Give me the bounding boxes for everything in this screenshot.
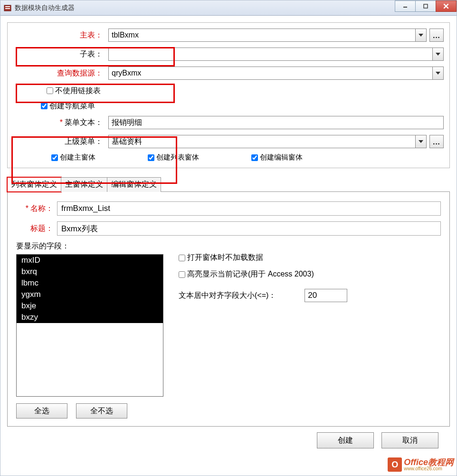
select-all-button[interactable]: 全选 (16, 403, 67, 419)
no-link-table-label: 不使用链接表 (55, 86, 101, 96)
highlight-checkbox[interactable] (179, 271, 185, 278)
align-input[interactable] (305, 289, 347, 302)
name-input[interactable] (57, 201, 441, 216)
dropdown-icon[interactable] (432, 67, 444, 80)
parent-menu-browse-button[interactable]: ... (429, 135, 444, 148)
create-main-form-check[interactable]: 创建主窗体 (51, 153, 95, 162)
main-table-combo[interactable] (108, 29, 427, 42)
maximize-button[interactable] (415, 0, 436, 12)
create-list-form-check[interactable]: 创建列表窗体 (148, 153, 199, 162)
app-icon (3, 4, 12, 12)
dropdown-icon[interactable] (432, 48, 444, 61)
main-table-label: 主表： (13, 30, 108, 40)
list-item[interactable]: mxID (17, 255, 163, 266)
highlight-label: 高亮显示当前记录(用于 Access 2003) (187, 269, 314, 279)
fields-label: 要显示的字段： (16, 241, 163, 251)
svg-rect-4 (424, 4, 428, 8)
title-input[interactable] (57, 221, 441, 236)
top-panel: 主表： ... 子表： 查询数据源： (7, 22, 450, 168)
list-item[interactable]: bxzy (17, 312, 163, 323)
tab-strip: 列表窗体定义 主窗体定义 编辑窗体定义 (7, 177, 450, 192)
cancel-button[interactable]: 取消 (381, 432, 438, 448)
list-item[interactable]: bxje (17, 300, 163, 312)
query-input[interactable] (108, 67, 432, 80)
dropdown-icon[interactable] (415, 135, 427, 148)
titlebar: 数据模块自动生成器 (0, 0, 457, 16)
sub-table-label: 子表： (13, 49, 108, 59)
sub-table-input[interactable] (108, 48, 432, 61)
query-combo[interactable] (108, 67, 444, 80)
close-button[interactable] (436, 0, 457, 12)
main-table-browse-button[interactable]: ... (429, 29, 444, 42)
tab-body: *名称： 标题： 要显示的字段： mxIDbxrqlbmcygxmbxjebxz… (7, 192, 450, 427)
no-load-checkbox[interactable] (179, 255, 185, 261)
menu-text-label: *菜单文本： (13, 118, 108, 128)
watermark-icon: O (388, 457, 402, 472)
parent-menu-combo[interactable] (108, 135, 427, 148)
name-label: *名称： (16, 204, 57, 214)
tab-edit-form-def[interactable]: 编辑窗体定义 (107, 177, 161, 192)
title-label: 标题： (16, 224, 57, 234)
align-label: 文本居中对齐字段大小(<=)： (179, 291, 276, 301)
create-nav-checkbox[interactable] (41, 103, 48, 109)
create-nav-label: 创建导航菜单 (49, 101, 95, 111)
query-label: 查询数据源： (13, 68, 108, 78)
select-none-button[interactable]: 全不选 (76, 403, 127, 419)
window-title: 数据模块自动生成器 (15, 4, 75, 12)
svg-rect-1 (5, 6, 10, 7)
no-link-table-checkbox[interactable] (47, 87, 53, 94)
list-item[interactable]: bxrq (17, 266, 163, 277)
main-table-input[interactable] (108, 29, 415, 42)
watermark: O Office教程网 www.office26.com (388, 457, 454, 472)
tab-main-form-def[interactable]: 主窗体定义 (61, 177, 107, 192)
sub-table-combo[interactable] (108, 48, 444, 61)
parent-menu-label: 上级菜单： (13, 137, 108, 147)
create-button[interactable]: 创建 (317, 432, 374, 448)
list-item[interactable]: ygxm (17, 289, 163, 300)
minimize-button[interactable] (395, 0, 416, 12)
tab-list-form-def[interactable]: 列表窗体定义 (7, 177, 61, 192)
parent-menu-input[interactable] (108, 135, 415, 148)
fields-listbox[interactable]: mxIDbxrqlbmcygxmbxjebxzy (16, 254, 163, 397)
create-edit-form-check[interactable]: 创建编辑窗体 (251, 153, 303, 162)
svg-rect-2 (5, 8, 10, 9)
menu-text-input[interactable] (108, 116, 444, 129)
dropdown-icon[interactable] (415, 29, 427, 42)
no-load-label: 打开窗体时不加载数据 (187, 253, 263, 263)
list-item[interactable]: lbmc (17, 277, 163, 289)
